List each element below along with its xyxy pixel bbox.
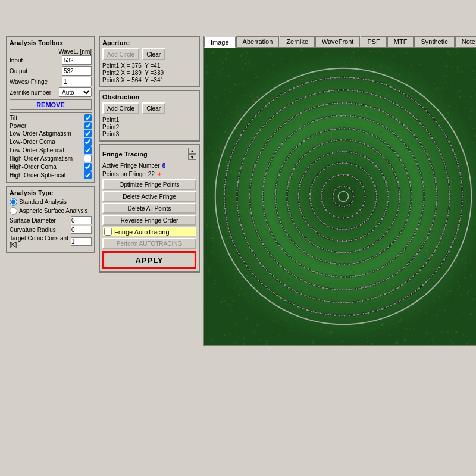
standard-radio[interactable] (10, 198, 17, 206)
middle-panel: Aperture Add Circle Clear Point1 X = 376… (99, 36, 200, 273)
power-label: Power (10, 123, 83, 129)
aspheric-analysis-row: Aspheric Surface Analysis (10, 207, 92, 215)
tab-psf[interactable]: PSF (361, 36, 386, 47)
tab-aberration[interactable]: Aberration (236, 36, 280, 47)
zernike-label: Zernike number (10, 89, 51, 96)
low-coma-row: Low-Order Coma (10, 138, 92, 146)
autotracing-label: Fringe AutoTracing (114, 228, 170, 236)
points-on-fringe-row: Points on Fringe 22 + (102, 170, 196, 178)
perform-autotracing-button[interactable]: Perform AUTOTRACING (102, 238, 196, 249)
low-sph-row: Low-Order Spherical (10, 146, 92, 154)
high-coma-checkbox[interactable] (84, 163, 92, 171)
target-conic-row: Target Conic Constant [K] (10, 235, 92, 248)
tilt-label: Tilt (10, 115, 83, 121)
fringe-tracing-box: Fringe Tracing ▲ ▼ Active Fringe Number … (99, 144, 200, 273)
output-label: Output (10, 68, 27, 74)
input-field[interactable] (62, 55, 92, 65)
aperture-point3: Point3 X = 564 Y =341 (102, 77, 196, 83)
curvature-radius-label: Curvature Radius (10, 227, 56, 233)
autotracing-row: Fringe AutoTracing (102, 227, 196, 237)
tilt-row: Tilt (10, 114, 92, 121)
obstruction-point2: Point2 (102, 124, 196, 130)
high-astig-label: High-Order Astigmatism (10, 155, 73, 162)
aspheric-radio[interactable] (10, 207, 17, 215)
active-fringe-row: Active Fringe Number 8 (102, 162, 196, 169)
autotracing-checkbox[interactable] (104, 228, 112, 236)
curvature-radius-row: Curvature Radius (10, 226, 92, 234)
aspheric-label: Aspheric Surface Analysis (19, 208, 88, 214)
left-panel: Analysis Toolbox WaveL. [nm] Input Outpu… (6, 36, 95, 253)
waves-fringe-field[interactable] (62, 77, 92, 86)
input-row: Input (10, 55, 92, 65)
low-coma-checkbox[interactable] (84, 138, 92, 146)
low-astig-label: Low-Order Astigmatism (10, 130, 71, 137)
high-coma-row: High-Order Coma (10, 163, 92, 171)
optimize-fringe-button[interactable]: Optimize Fringe Points (102, 179, 196, 190)
add-point-button[interactable]: + (157, 170, 162, 178)
output-field[interactable] (62, 66, 92, 76)
obstruction-title: Obstruction (102, 93, 196, 101)
curvature-radius-field[interactable] (71, 226, 92, 234)
tab-bar: Image Aberration Zernike WaveFront PSF M… (204, 36, 476, 48)
target-conic-field[interactable] (71, 237, 92, 246)
tilt-checkbox[interactable] (84, 114, 92, 121)
aperture-box: Aperture Add Circle Clear Point1 X = 376… (99, 36, 200, 87)
obstruction-clear-button[interactable]: Clear (142, 102, 165, 114)
reverse-fringe-order-button[interactable]: Reverse Fringe Order (102, 215, 196, 226)
power-row: Power (10, 122, 92, 129)
low-sph-label: Low-Order Spherical (10, 147, 64, 154)
output-row: Output (10, 66, 92, 76)
fringe-up-button[interactable]: ▲ (188, 148, 196, 154)
remove-button[interactable]: REMOVE (10, 99, 92, 110)
high-sph-row: High-Order Spherical (10, 171, 92, 179)
active-fringe-value: 8 (162, 162, 166, 169)
fringe-arrows: ▲ ▼ (188, 148, 196, 160)
tab-synthetic[interactable]: Synthetic (414, 36, 454, 47)
low-astig-row: Low-Order Astigmatism (10, 130, 92, 137)
tab-mtf[interactable]: MTF (387, 36, 414, 47)
aperture-point1: Point1 X = 376 Y =41 (102, 62, 196, 69)
surface-diameter-label: Surface Diameter (10, 217, 56, 224)
high-sph-label: High-Order Spherical (10, 172, 65, 178)
waves-fringe-row: Waves/ Fringe (10, 77, 92, 86)
obstruction-btn-row: Add Circle Clear (102, 102, 196, 114)
points-on-fringe-value: 22 (148, 171, 155, 177)
tab-note[interactable]: Note (455, 36, 476, 47)
high-astig-row: High-Order Astigmatism (10, 155, 92, 162)
power-checkbox[interactable] (84, 122, 92, 129)
delete-active-fringe-button[interactable]: Delete Active Fringe (102, 191, 196, 202)
analysis-toolbox-title: Analysis Toolbox (10, 39, 92, 46)
standard-label: Standard Analysis (19, 199, 67, 205)
points-on-fringe-label: Points on Fringe (102, 171, 146, 177)
surface-diameter-field[interactable] (71, 216, 92, 224)
waves-fringe-label: Waves/ Fringe (10, 79, 48, 85)
fringe-down-button[interactable]: ▼ (188, 154, 196, 160)
zernike-select[interactable]: Auto (59, 87, 92, 97)
high-coma-label: High-Order Coma (10, 164, 57, 170)
obstruction-box: Obstruction Add Circle Clear Point1 Poin… (99, 90, 200, 142)
delete-all-points-button[interactable]: Delete All Points (102, 203, 196, 214)
tab-wavefront[interactable]: WaveFront (315, 36, 360, 47)
obstruction-add-circle-button[interactable]: Add Circle (102, 102, 139, 114)
tab-image[interactable]: Image (204, 37, 236, 48)
low-coma-label: Low-Order Coma (10, 139, 55, 145)
aperture-clear-button[interactable]: Clear (142, 48, 165, 60)
apply-button[interactable]: APPLY (102, 251, 196, 269)
interferogram-canvas (204, 48, 476, 345)
standard-analysis-row: Standard Analysis (10, 198, 92, 206)
active-fringe-label: Active Fringe Number (102, 162, 160, 169)
obstruction-point1: Point1 (102, 117, 196, 123)
high-astig-checkbox[interactable] (84, 155, 92, 162)
analysis-toolbox: Analysis Toolbox WaveL. [nm] Input Outpu… (6, 36, 95, 183)
low-sph-checkbox[interactable] (84, 146, 92, 154)
aperture-add-circle-button[interactable]: Add Circle (102, 48, 139, 60)
aperture-point2: Point2 X = 189 Y =339 (102, 70, 196, 76)
wavelength-header: WaveL. [nm] (10, 48, 92, 55)
aperture-title: Aperture (102, 39, 196, 46)
aperture-btn-row: Add Circle Clear (102, 48, 196, 60)
surface-diameter-row: Surface Diameter (10, 216, 92, 224)
tab-zernike[interactable]: Zernike (280, 36, 315, 47)
fringe-tracing-header: Fringe Tracing ▲ ▼ (102, 148, 196, 160)
high-sph-checkbox[interactable] (84, 171, 92, 179)
low-astig-checkbox[interactable] (84, 130, 92, 137)
